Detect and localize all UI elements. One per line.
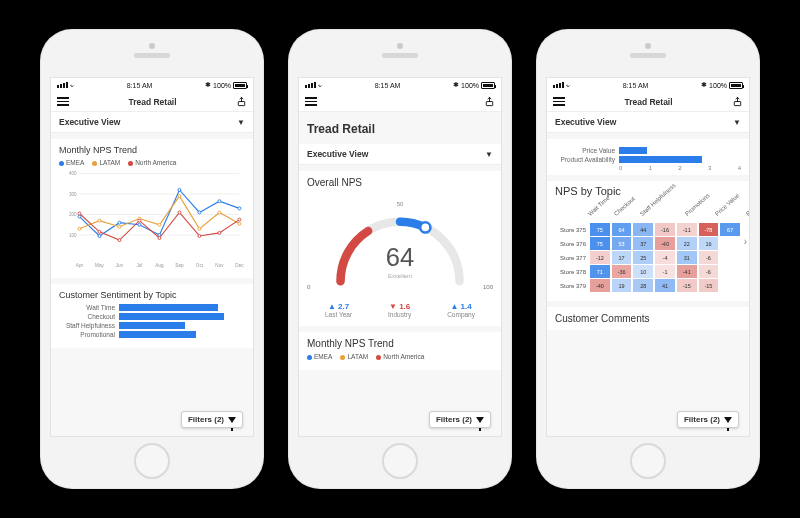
view-dropdown[interactable]: Executive View ▼ — [299, 144, 501, 165]
metrics-row: ▲ 2.7Last Year▼ 1.6Industry▲ 1.4Company — [307, 302, 493, 318]
svg-point-40 — [158, 237, 161, 240]
status-bar: ⧜ 8:15 AM ✱100% — [547, 78, 749, 92]
card-nps-trend-peek: Monthly NPS Trend EMEALATAMNorth America — [299, 332, 501, 370]
signal-icon — [57, 82, 68, 88]
heat-row[interactable]: Store 37871-3610-1-41-6 — [555, 265, 741, 278]
top-bars: Price ValueProduct Availability — [555, 147, 741, 163]
svg-point-27 — [78, 227, 81, 230]
signal-icon — [553, 82, 564, 88]
svg-point-34 — [218, 211, 221, 214]
filters-button[interactable]: Filters (2) — [181, 411, 243, 428]
svg-point-41 — [178, 211, 181, 214]
wifi-icon: ⧜ — [566, 82, 570, 89]
filters-label: Filters (2) — [188, 415, 224, 424]
hbar-row[interactable]: Price Value — [555, 147, 741, 154]
top-bars-axis: 01234 — [619, 165, 741, 171]
heat-row[interactable]: Store 377-121725-431-6 — [555, 251, 741, 264]
heat-row[interactable]: Store 379-40192841-15-15 — [555, 279, 741, 292]
svg-text:Excellent: Excellent — [388, 273, 412, 279]
heat-row[interactable]: Store 375756444-16-11-7867 — [555, 223, 741, 236]
svg-point-24 — [198, 211, 201, 214]
view-dropdown[interactable]: Executive View ▼ — [547, 112, 749, 133]
legend-item[interactable]: North America — [376, 353, 424, 360]
legend: EMEALATAMNorth America — [59, 159, 245, 166]
line-chart[interactable]: 100200300400AprMayJunJulAugSepOctNovDec — [59, 168, 245, 270]
heatmap[interactable]: Wait TimeCheckoutStaff HelpfulnessPromot… — [555, 211, 741, 292]
menu-button[interactable] — [553, 97, 565, 106]
svg-point-39 — [138, 219, 141, 222]
hbar-row[interactable]: Product Availability — [555, 156, 741, 163]
filter-icon — [476, 417, 484, 423]
wifi-icon: ⧜ — [70, 82, 74, 89]
share-button[interactable] — [484, 96, 495, 107]
svg-point-20 — [118, 221, 121, 224]
svg-text:Jun: Jun — [116, 263, 124, 268]
legend-item[interactable]: EMEA — [59, 159, 84, 166]
battery-percent: 100% — [461, 82, 479, 89]
svg-point-42 — [198, 234, 201, 237]
svg-point-36 — [78, 212, 81, 215]
svg-rect-0 — [238, 102, 244, 106]
view-dropdown[interactable]: Executive View ▼ — [51, 112, 253, 133]
svg-point-25 — [218, 200, 221, 203]
filters-label: Filters (2) — [436, 415, 472, 424]
menu-button[interactable] — [57, 97, 69, 106]
hbar-row[interactable]: Promotional — [59, 331, 245, 338]
card-heatmap[interactable]: NPS by Topic Wait TimeCheckoutStaff Help… — [547, 181, 749, 301]
svg-point-33 — [198, 227, 201, 230]
hbar-row[interactable]: Wait Time — [59, 304, 245, 311]
chevron-right-icon[interactable]: › — [744, 236, 747, 247]
legend-item[interactable]: LATAM — [92, 159, 120, 166]
svg-text:Jul: Jul — [136, 263, 142, 268]
bluetooth-icon: ✱ — [701, 81, 707, 89]
menu-button[interactable] — [305, 97, 317, 106]
navbar: Tread Retail — [51, 92, 253, 112]
heat-row[interactable]: Store 376755337-402216 — [555, 237, 741, 250]
filters-button[interactable]: Filters (2) — [429, 411, 491, 428]
hbar-row[interactable]: Staff Helpfulness — [59, 322, 245, 329]
svg-point-28 — [98, 219, 101, 222]
share-button[interactable] — [732, 96, 743, 107]
card-title: Customer Comments — [555, 313, 741, 324]
card-title: Monthly NPS Trend — [59, 145, 245, 155]
legend-item[interactable]: North America — [128, 159, 176, 166]
dropdown-label: Executive View — [59, 117, 120, 127]
battery-icon — [233, 82, 247, 89]
svg-text:Nov: Nov — [215, 263, 224, 268]
svg-text:100: 100 — [69, 233, 77, 238]
svg-rect-45 — [486, 102, 492, 106]
card-title: Customer Sentiment by Topic — [59, 290, 245, 300]
bluetooth-icon: ✱ — [205, 81, 211, 89]
chevron-down-icon: ▼ — [733, 118, 741, 127]
card-top-bars: Price ValueProduct Availability 01234 — [547, 139, 749, 175]
share-button[interactable] — [236, 96, 247, 107]
navbar — [299, 92, 501, 112]
svg-point-35 — [238, 222, 241, 225]
card-nps-trend: Monthly NPS Trend EMEALATAMNorth America… — [51, 139, 253, 278]
gauge-chart[interactable]: 5064Excellent — [315, 196, 485, 290]
page-heading: Tread Retail — [299, 112, 501, 138]
svg-text:64: 64 — [386, 243, 414, 271]
status-time: 8:15 AM — [375, 82, 401, 89]
filter-icon — [228, 417, 236, 423]
content-area: Tread Retail Executive View ▼ Overall NP… — [299, 112, 501, 436]
svg-point-32 — [178, 195, 181, 198]
gauge-min: 0 — [307, 284, 310, 290]
filter-icon — [724, 417, 732, 423]
filters-button[interactable]: Filters (2) — [677, 411, 739, 428]
svg-point-19 — [98, 234, 101, 237]
sentiment-bars: Wait TimeCheckoutStaff HelpfulnessPromot… — [59, 304, 245, 338]
phone-1: ⧜ 8:15 AM ✱ 100% Tread Retail Executive … — [40, 29, 264, 489]
gauge-max: 100 — [483, 284, 493, 290]
screen-3: ⧜ 8:15 AM ✱100% Tread Retail Executive V… — [546, 77, 750, 437]
page-title: Tread Retail — [128, 97, 176, 107]
svg-text:Oct: Oct — [196, 263, 204, 268]
legend-item[interactable]: EMEA — [307, 353, 332, 360]
svg-point-29 — [118, 225, 121, 228]
screen-1: ⧜ 8:15 AM ✱ 100% Tread Retail Executive … — [50, 77, 254, 437]
hbar-row[interactable]: Checkout — [59, 313, 245, 320]
card-title: Monthly NPS Trend — [307, 338, 493, 349]
svg-point-23 — [178, 188, 181, 191]
battery-icon — [481, 82, 495, 89]
legend-item[interactable]: LATAM — [340, 353, 368, 360]
